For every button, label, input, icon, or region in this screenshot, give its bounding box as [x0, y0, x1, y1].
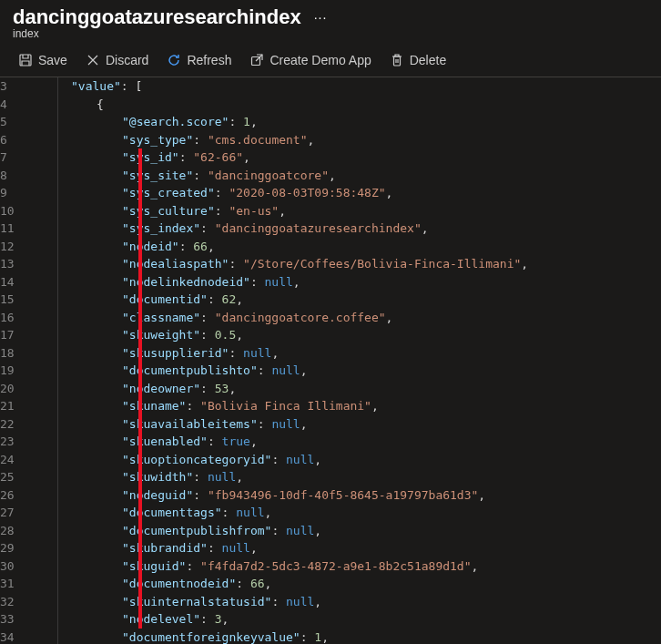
line-number: 16 [0, 309, 37, 327]
code-line[interactable]: "value": [ [71, 77, 661, 96]
line-number: 22 [0, 415, 37, 434]
code-line[interactable]: "sys_culture": "en-us", [71, 202, 661, 220]
save-icon [18, 53, 33, 67]
line-number: 4 [0, 96, 37, 114]
line-number: 18 [0, 344, 37, 363]
line-number: 14 [0, 273, 37, 291]
svg-rect-2 [393, 56, 400, 66]
code-line[interactable]: "skuguid": "f4fda7d2-5dc3-4872-a9e1-8b2c… [71, 557, 661, 576]
code-line[interactable]: "nodeowner": 53, [71, 380, 661, 398]
line-number: 11 [0, 220, 37, 238]
line-number: 19 [0, 362, 37, 380]
code-line[interactable]: "sys_site": "dancinggoatcore", [71, 167, 661, 185]
code-line[interactable]: "sys_id": "62-66", [71, 148, 661, 167]
line-number: 34 [0, 629, 37, 645]
code-line[interactable]: "skuinternalstatusid": null, [71, 593, 661, 611]
more-actions-button[interactable]: ··· [314, 10, 328, 25]
refresh-label: Refresh [187, 53, 231, 67]
code-line[interactable]: "documentnodeid": 66, [71, 575, 661, 593]
page-title: dancinggoatazuresearchindex [13, 5, 301, 29]
line-number: 7 [0, 148, 37, 167]
code-line[interactable]: "skuavailableitems": null, [71, 415, 661, 434]
code-line[interactable]: "nodeid": 66, [71, 238, 661, 256]
code-line[interactable]: "classname": "dancinggoatcore.coffee", [71, 309, 661, 327]
line-number: 9 [0, 184, 37, 202]
code-line[interactable]: "documentid": 62, [71, 291, 661, 309]
code-area[interactable]: "value": [{"@search.score": 1,"sys_type"… [58, 77, 661, 644]
line-number: 27 [0, 504, 37, 522]
discard-label: Discard [106, 53, 148, 67]
discard-button[interactable]: Discard [80, 51, 154, 69]
page-header: dancinggoatazuresearchindex ··· index [0, 0, 661, 42]
code-line[interactable]: "sys_index": "dancinggoatazuresearchinde… [71, 220, 661, 238]
line-number: 33 [0, 610, 37, 629]
code-line[interactable]: "documentpublishfrom": null, [71, 522, 661, 540]
line-number: 25 [0, 468, 37, 486]
line-number: 5 [0, 113, 37, 131]
line-number: 3 [0, 77, 37, 96]
line-number: 20 [0, 380, 37, 398]
create-demo-button[interactable]: Create Demo App [244, 51, 376, 69]
code-line[interactable]: "sys_type": "cms.document", [71, 131, 661, 149]
page-subtitle: index [13, 27, 648, 40]
code-line[interactable]: "skuwidth": null, [71, 468, 661, 486]
line-number: 29 [0, 539, 37, 557]
line-number: 17 [0, 326, 37, 344]
create-demo-label: Create Demo App [269, 53, 371, 67]
line-number: 31 [0, 575, 37, 593]
close-icon [86, 53, 100, 67]
refresh-button[interactable]: Refresh [161, 51, 237, 69]
line-number: 23 [0, 433, 37, 451]
code-line[interactable]: "skubrandid": null, [71, 539, 661, 557]
line-number: 26 [0, 486, 37, 505]
trash-icon [390, 53, 404, 67]
code-line[interactable]: "sys_created": "2020-08-03T09:58:48Z", [71, 184, 661, 202]
code-line[interactable]: "documentforeignkeyvalue": 1, [71, 629, 661, 645]
code-line[interactable]: "skusupplierid": null, [71, 344, 661, 363]
toolbar: Save Discard Refresh Create Demo App Del… [0, 42, 661, 77]
line-number: 30 [0, 557, 37, 576]
code-editor[interactable]: 3456789101112131415161718192021222324252… [0, 77, 661, 644]
external-link-icon [249, 53, 264, 67]
line-number: 24 [0, 451, 37, 469]
line-number: 13 [0, 255, 37, 273]
change-indicator-bar [138, 148, 142, 629]
save-label: Save [38, 53, 67, 67]
code-line[interactable]: "@search.score": 1, [71, 113, 661, 131]
line-number: 21 [0, 397, 37, 415]
code-line[interactable]: { [71, 96, 661, 114]
code-line[interactable]: "nodelinkednodeid": null, [71, 273, 661, 291]
line-number: 8 [0, 167, 37, 185]
code-line[interactable]: "skuenabled": true, [71, 433, 661, 451]
delete-button[interactable]: Delete [384, 51, 452, 69]
line-number: 15 [0, 291, 37, 309]
line-number: 28 [0, 522, 37, 540]
line-number: 32 [0, 593, 37, 611]
code-line[interactable]: "skuname": "Bolivia Finca Illimani", [71, 397, 661, 415]
code-line[interactable]: "nodelevel": 3, [71, 610, 661, 629]
line-number: 6 [0, 131, 37, 149]
code-line[interactable]: "documentpublishto": null, [71, 362, 661, 380]
save-button[interactable]: Save [13, 51, 73, 69]
line-number-gutter: 3456789101112131415161718192021222324252… [0, 77, 58, 644]
code-line[interactable]: "skuoptioncategoryid": null, [71, 451, 661, 469]
code-line[interactable]: "documenttags": null, [71, 504, 661, 522]
delete-label: Delete [410, 53, 446, 67]
code-line[interactable]: "nodealiaspath": "/Store/Coffees/Bolivia… [71, 255, 661, 273]
code-line[interactable]: "nodeguid": "fb943496-10df-40f5-8645-a19… [71, 486, 661, 505]
code-line[interactable]: "skuweight": 0.5, [71, 326, 661, 344]
line-number: 10 [0, 202, 37, 220]
refresh-icon [167, 53, 181, 67]
line-number: 12 [0, 238, 37, 256]
